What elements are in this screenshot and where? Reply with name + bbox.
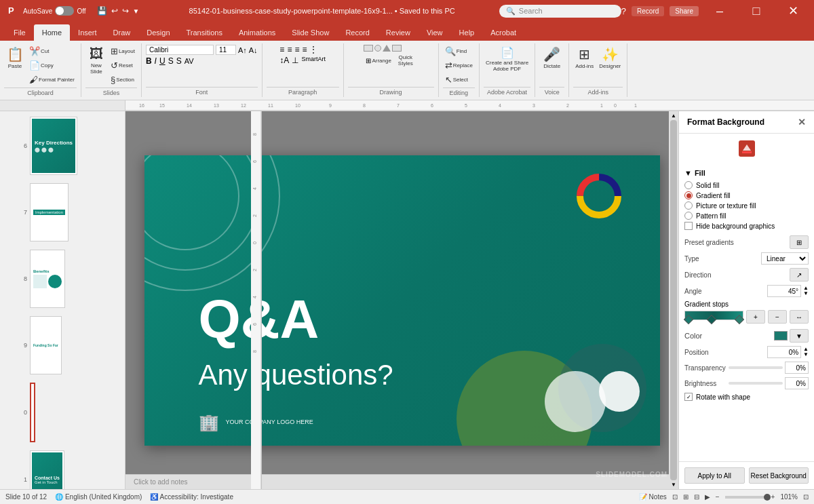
shape-rect[interactable] (364, 45, 373, 52)
gradient-stop-3[interactable] (735, 314, 744, 324)
underline-button[interactable]: U (159, 56, 166, 66)
addins-button[interactable]: ⊞ Add-ins (573, 45, 596, 71)
position-down-button[interactable]: ▼ (803, 352, 809, 357)
tab-design[interactable]: Design (138, 24, 178, 41)
section-button[interactable]: § Section (109, 73, 137, 86)
brightness-slider[interactable] (729, 382, 783, 385)
tab-draw[interactable]: Draw (105, 24, 139, 41)
font-size-dropdown[interactable]: 11 (216, 45, 236, 55)
apply-to-all-button[interactable]: Apply to All (684, 467, 745, 484)
dictate-button[interactable]: 🎤 Dictate (541, 45, 563, 71)
paste-button[interactable]: 📋 Paste (4, 45, 26, 71)
tab-insert[interactable]: Insert (70, 24, 105, 41)
share-button[interactable]: Share (670, 6, 699, 16)
zoom-out-button[interactable]: − (716, 493, 720, 501)
pattern-fill-radio[interactable] (684, 212, 693, 220)
align-center-button[interactable]: ≡ (287, 45, 292, 54)
slide-view-normal-button[interactable]: ⊡ (672, 493, 678, 501)
font-family-dropdown[interactable]: Calibri (146, 45, 214, 55)
tab-help[interactable]: Help (451, 24, 483, 41)
fit-slide-button[interactable]: ⊡ (803, 493, 809, 501)
gradient-bar[interactable] (684, 311, 743, 320)
tab-acrobat[interactable]: Acrobat (482, 24, 524, 41)
slide-view-reading-button[interactable]: ⊟ (694, 493, 699, 501)
transparency-slider[interactable] (729, 366, 783, 369)
new-slide-button[interactable]: 🖼 NewSlide (85, 45, 107, 76)
arrange-button[interactable]: ⊞ Arrange (364, 53, 393, 68)
italic-button[interactable]: I (155, 56, 157, 66)
scroll-thumb[interactable] (670, 120, 677, 480)
slide-thumbnail[interactable]: Contact Us Get in Touch (30, 450, 64, 489)
create-share-pdf-button[interactable]: 📄 Create and ShareAdobe PDF (484, 45, 530, 73)
justify-button[interactable]: ≡ (302, 45, 307, 54)
tab-record[interactable]: Record (337, 24, 377, 41)
save-icon[interactable]: 💾 (97, 6, 107, 16)
scroll-down-button[interactable]: ▼ (671, 482, 676, 488)
text-direction-button[interactable]: ↕A (279, 56, 289, 65)
preset-gradients-button[interactable]: ⊞ (790, 235, 809, 249)
select-button[interactable]: ↖ Select (443, 73, 470, 86)
layout-button[interactable]: ⊞ Layout (109, 45, 137, 58)
picture-fill-radio[interactable] (684, 201, 693, 210)
text-shadow-button[interactable]: S (176, 56, 182, 66)
format-panel-close-button[interactable]: ✕ (798, 117, 806, 128)
vertical-scrollbar[interactable]: ▲ ▼ (669, 111, 678, 489)
type-dropdown[interactable]: Linear Radial Rectangular Path (761, 252, 809, 265)
autosave-toggle[interactable] (55, 6, 74, 16)
angle-down-button[interactable]: ▼ (803, 291, 809, 296)
gradient-fill-radio[interactable] (684, 191, 693, 199)
solid-fill-radio[interactable] (684, 181, 693, 189)
minimize-button[interactable]: – (704, 0, 735, 22)
tab-view[interactable]: View (419, 24, 451, 41)
notes-button[interactable]: 📝 Notes (639, 493, 667, 501)
zoom-slider[interactable] (725, 496, 766, 499)
align-left-button[interactable]: ≡ (279, 45, 284, 54)
format-painter-button[interactable]: 🖌 Format Painter (27, 73, 77, 86)
replace-button[interactable]: ⇄ Replace (443, 59, 475, 72)
maximize-button[interactable]: □ (741, 0, 772, 22)
slide-thumbnail[interactable]: Benefits (30, 250, 65, 308)
slides-panel[interactable]: 6 Key Directions ⬤ ⬤ ⬤ 7 Implementation (0, 111, 125, 489)
fill-icon-button[interactable] (739, 140, 755, 157)
bold-button[interactable]: B (146, 56, 152, 66)
rotate-shape-checkbox[interactable]: ✓ (684, 393, 693, 401)
color-picker-button[interactable]: ▼ (790, 329, 809, 343)
reset-button[interactable]: ↺ Reset (109, 59, 137, 72)
increase-font-icon[interactable]: A↑ (238, 46, 247, 54)
shape-misc[interactable] (392, 45, 402, 52)
hide-bg-checkbox[interactable] (684, 222, 693, 230)
redo-icon[interactable]: ↪ (122, 6, 129, 16)
gradient-fill-option[interactable]: Gradient fill (684, 191, 809, 199)
slide-canvas[interactable]: Q&A Any questions? 🏢 YOUR COMPANY LOGO H… (144, 155, 660, 446)
align-right-button[interactable]: ≡ (294, 45, 299, 54)
add-stop-button[interactable]: + (746, 310, 765, 324)
gradient-stop-2[interactable] (707, 314, 716, 324)
picture-fill-option[interactable]: Picture or texture fill (684, 201, 809, 210)
rotate-shape-option[interactable]: ✓ Rotate with shape (684, 393, 809, 401)
reverse-stops-button[interactable]: ↔ (790, 310, 809, 324)
pattern-fill-option[interactable]: Pattern fill (684, 212, 809, 220)
shape-triangle[interactable] (383, 45, 391, 52)
tab-home[interactable]: Home (34, 24, 70, 41)
collapse-icon[interactable]: ▼ (684, 169, 692, 177)
shape-circle[interactable] (374, 45, 381, 52)
close-button[interactable]: ✕ (777, 0, 809, 22)
color-swatch[interactable] (774, 331, 788, 341)
decrease-font-icon[interactable]: A↓ (249, 46, 258, 54)
record-button[interactable]: Record (632, 6, 664, 16)
angle-input[interactable] (767, 285, 801, 297)
quick-styles-button[interactable]: QuickStyles (396, 53, 418, 68)
slide-view-fullscreen-button[interactable]: ▶ (705, 493, 710, 501)
position-input[interactable] (767, 346, 801, 358)
search-box[interactable]: 🔍 Search (499, 5, 621, 18)
undo-icon[interactable]: ↩ (111, 6, 118, 16)
slide-thumbnail[interactable]: Key Directions ⬤ ⬤ ⬤ (30, 117, 77, 175)
reset-background-button[interactable]: Reset Background (749, 467, 809, 484)
tab-review[interactable]: Review (378, 24, 419, 41)
designer-button[interactable]: ✨ Designer (597, 45, 623, 71)
direction-button[interactable]: ↗ (790, 268, 809, 282)
slide-thumbnail-active[interactable]: Q&A Any questions? (30, 383, 35, 442)
accessibility-indicator[interactable]: ♿ Accessibility: Investigate (150, 493, 233, 501)
tab-file[interactable]: File (5, 24, 34, 41)
autosave-control[interactable]: AutoSave Off (23, 6, 86, 16)
